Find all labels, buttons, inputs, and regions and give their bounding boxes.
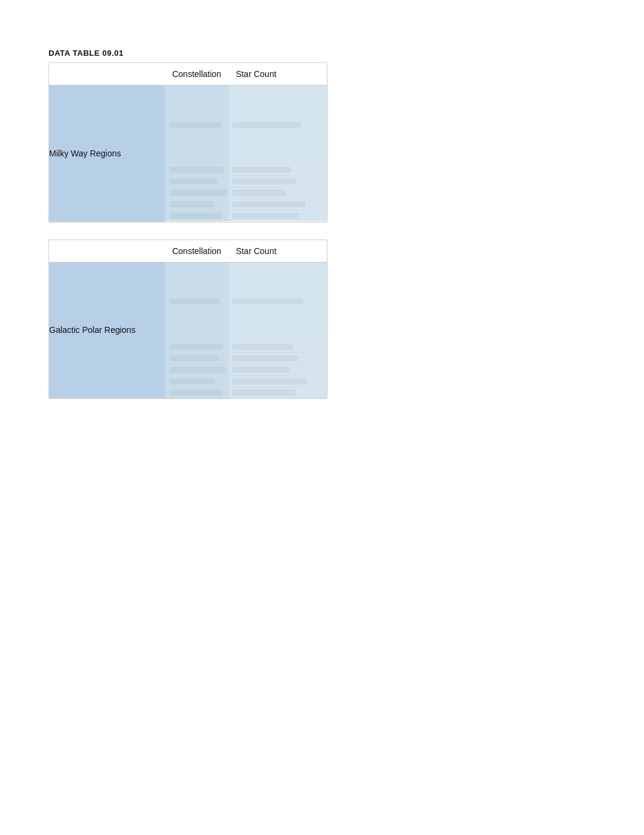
galactic-region-label: Galactic Polar Regions	[49, 262, 165, 398]
galactic-starcount-cell-2	[229, 341, 327, 352]
table-row: Galactic Polar Regions	[49, 262, 327, 341]
galactic-header-region	[49, 240, 165, 263]
constellation-cell-6	[165, 210, 229, 222]
starcount-cell-2	[229, 164, 327, 176]
table-milky-way: Constellation Star Count Milky Way Regio…	[49, 62, 327, 223]
page-title: DATA TABLE 09.01	[49, 49, 644, 58]
galactic-starcount-cell-4	[229, 364, 327, 375]
constellation-cell-2	[165, 164, 229, 176]
constellation-cell-3	[165, 176, 229, 187]
galactic-constellation-cell-3	[165, 352, 229, 364]
galactic-starcount-cell-6	[229, 387, 327, 398]
milky-way-header-constellation: Constellation	[165, 63, 229, 86]
milky-way-table: Constellation Star Count Milky Way Regio…	[49, 63, 327, 222]
galactic-starcount-cell-5	[229, 375, 327, 387]
galactic-polar-table: Constellation Star Count Galactic Polar …	[49, 240, 327, 399]
starcount-cell-3	[229, 176, 327, 187]
galactic-constellation-cell-1	[165, 262, 229, 341]
milky-way-header-starcount: Star Count	[229, 63, 327, 86]
galactic-starcount-cell-1	[229, 262, 327, 341]
constellation-cell-4	[165, 187, 229, 199]
galactic-constellation-cell-4	[165, 364, 229, 375]
milky-way-region-label: Milky Way Regions	[49, 86, 165, 222]
galactic-header-starcount: Star Count	[229, 240, 327, 263]
table-galactic-polar: Constellation Star Count Galactic Polar …	[49, 240, 327, 400]
table-row: Milky Way Regions	[49, 86, 327, 164]
galactic-starcount-cell-3	[229, 352, 327, 364]
galactic-constellation-cell-6	[165, 387, 229, 398]
starcount-cell-1	[229, 86, 327, 164]
page-container: DATA TABLE 09.01 Constellation Star Coun…	[0, 0, 644, 399]
galactic-constellation-cell-5	[165, 375, 229, 387]
galactic-header-constellation: Constellation	[165, 240, 229, 263]
galactic-constellation-cell-2	[165, 341, 229, 352]
starcount-cell-4	[229, 187, 327, 199]
milky-way-header-region	[49, 63, 165, 86]
constellation-cell-1	[165, 86, 229, 164]
starcount-cell-5	[229, 199, 327, 210]
constellation-cell-5	[165, 199, 229, 210]
starcount-cell-6	[229, 210, 327, 222]
